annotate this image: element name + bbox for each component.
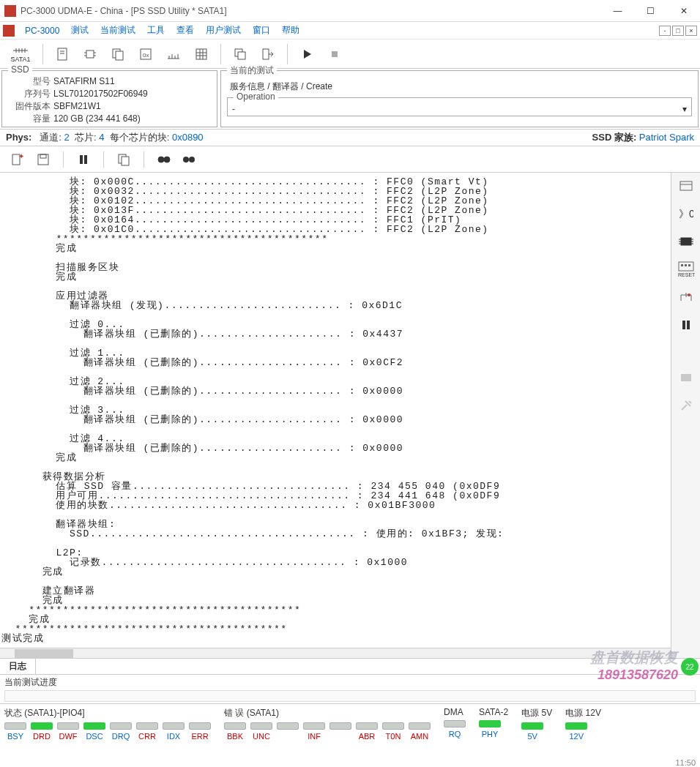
sb-btn-5[interactable] (676, 288, 696, 306)
svg-rect-49 (681, 264, 683, 266)
grid-icon (194, 47, 209, 61)
tb2-btn-pause[interactable] (74, 150, 93, 169)
dropdown-icon[interactable]: ▾ (682, 104, 687, 114)
led-item: BSY (4, 722, 26, 741)
led-indicator (444, 720, 466, 727)
mdi-minimize[interactable]: - (659, 26, 671, 36)
svg-rect-25 (332, 51, 338, 57)
menubar: PC-3000 测试 当前测试 工具 查看 用户测试 窗口 帮助 - □ × (0, 22, 700, 40)
status-group-title: 电源 5V (521, 707, 552, 719)
chip-gray-icon (678, 373, 694, 383)
mdi-close[interactable]: × (685, 26, 697, 36)
stack-icon (233, 47, 247, 61)
mdi-restore[interactable]: □ (672, 26, 684, 36)
play-button[interactable] (295, 42, 319, 66)
tab-log[interactable]: 日志 (0, 659, 36, 674)
led-item: T0N (382, 722, 404, 741)
led-indicator (4, 722, 26, 730)
status-group-title: 状态 (SATA1)-[PIO4] (4, 707, 211, 719)
app-icon-small (3, 25, 15, 37)
progress-label: 当前测试进度 (4, 676, 696, 689)
svg-point-36 (183, 157, 189, 162)
status-area: 状态 (SATA1)-[PIO4]BSYDRDDWFDSCDRQCRRIDXER… (0, 704, 700, 744)
sb-btn-2[interactable]: 》0« (676, 205, 696, 222)
phys-channels: 2 (64, 132, 70, 143)
menu-window[interactable]: 窗口 (247, 23, 276, 38)
sb-btn-1[interactable] (676, 177, 696, 195)
led-item: 12V (565, 722, 587, 741)
led-indicator (303, 722, 325, 730)
ssd-info-panel: SSD 型号SATAFIRM S11 序列号LSL7012017502F0694… (1, 70, 217, 127)
sata-port-button[interactable]: SATA1 (6, 42, 35, 66)
tb-btn-4[interactable]: 0x (134, 42, 157, 66)
led-item: UNC (250, 722, 272, 741)
led-label: RQ (444, 730, 466, 738)
status-group-title: SATA-2 (479, 707, 508, 717)
log-toolbar: ✦ (0, 146, 700, 173)
sb-pause-button[interactable] (676, 316, 696, 334)
led-label: IDX (163, 732, 185, 741)
tb2-btn-save[interactable] (34, 150, 53, 169)
copy-icon (111, 47, 125, 61)
menu-current-test[interactable]: 当前测试 (94, 23, 141, 38)
tb-btn-8[interactable] (256, 42, 280, 66)
tb-btn-1[interactable] (51, 42, 74, 66)
led-indicator (409, 722, 431, 730)
tb-btn-5[interactable] (162, 42, 185, 66)
led-indicator (277, 722, 299, 730)
menu-view[interactable]: 查看 (171, 23, 200, 38)
tb-btn-6[interactable] (190, 42, 213, 66)
menu-user-test[interactable]: 用户测试 (200, 23, 247, 38)
tb2-btn-find-next[interactable] (181, 150, 200, 169)
svg-rect-31 (84, 155, 87, 164)
sb-btn-tools[interactable] (676, 397, 696, 414)
menu-help[interactable]: 帮助 (276, 23, 305, 38)
sb-btn-3[interactable] (676, 233, 696, 250)
horizontal-scrollbar[interactable] (0, 648, 671, 658)
stop-button[interactable] (323, 42, 346, 66)
ssd-firmware: SBFM21W1 (53, 101, 101, 111)
play-icon (301, 48, 313, 60)
led-label: DWF (57, 732, 79, 741)
ssd-capacity: 120 GB (234 441 648) (53, 113, 141, 124)
led-label: INF (303, 732, 325, 741)
menu-tools[interactable]: 工具 (141, 23, 171, 38)
led-indicator (356, 722, 378, 730)
tb2-btn-find[interactable] (154, 150, 174, 169)
pause-icon (681, 320, 691, 330)
svg-text:0x: 0x (143, 52, 149, 59)
led-indicator (382, 722, 404, 730)
led-item: 5V (521, 722, 543, 741)
close-button[interactable]: ✕ (667, 0, 700, 22)
led-label: AMN (409, 732, 431, 741)
main-toolbar: SATA1 0x (0, 40, 700, 69)
tb-btn-3[interactable] (106, 42, 130, 66)
led-item: BBK (224, 722, 246, 741)
sb-reset-button[interactable]: RESET (676, 261, 696, 278)
tb2-btn-copy[interactable] (114, 150, 133, 169)
status-group: 错 误 (SATA1)BBKUNCINFABRT0NAMN (224, 707, 431, 741)
led-indicator (329, 722, 351, 730)
card-icon (679, 179, 693, 192)
clock: 11:50 (675, 758, 696, 767)
menu-test[interactable]: 测试 (65, 23, 94, 38)
svg-rect-51 (688, 264, 690, 266)
tb2-btn-new[interactable]: ✦ (7, 150, 26, 169)
menu-pc3000[interactable]: PC-3000 (19, 24, 65, 37)
led-item (277, 722, 299, 741)
operation-value: - (232, 104, 682, 114)
maximize-button[interactable]: ☐ (634, 0, 667, 22)
log-output[interactable]: 块: 0x000C...............................… (0, 173, 671, 648)
svg-text:✦: ✦ (18, 153, 23, 160)
tb-btn-7[interactable] (228, 42, 252, 66)
led-item: DSC (83, 722, 105, 741)
svg-rect-29 (40, 154, 46, 158)
led-label: ABR (356, 732, 378, 741)
sb-btn-chip-gray[interactable] (676, 369, 696, 386)
ssd-serial: LSL7012017502F06949 (53, 89, 148, 99)
svg-rect-41 (681, 238, 691, 245)
minimize-button[interactable]: — (601, 0, 634, 22)
circuit-icon (679, 291, 693, 304)
led-label: DRD (31, 732, 53, 741)
tb-btn-2[interactable] (78, 42, 102, 66)
